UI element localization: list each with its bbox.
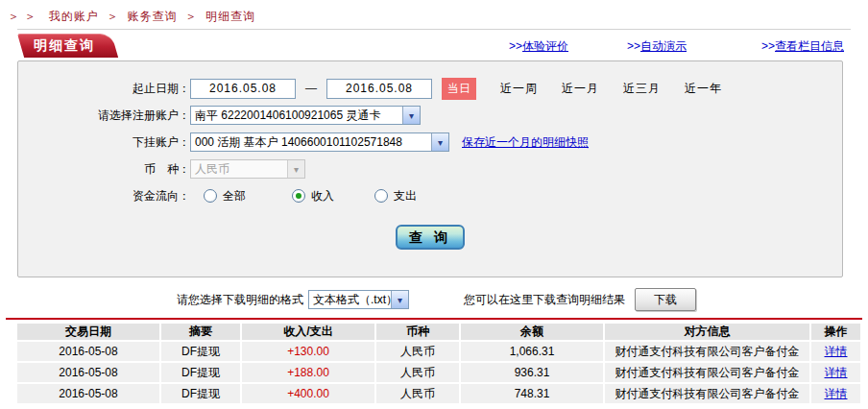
- cell-amount: +400.00: [242, 384, 376, 403]
- cell-summary: DF提现: [161, 342, 242, 361]
- save-monthly-snapshot-link[interactable]: 保存近一个月的明细快照: [462, 134, 589, 151]
- fund-flow-label: 资金流向：: [18, 188, 190, 204]
- flow-option-all-label: 全部: [223, 188, 246, 204]
- breadcrumb: ＞ ＞ 我的账户 ＞ 账务查询 ＞ 明细查询: [8, 9, 255, 25]
- flow-option-expense-label: 支出: [394, 188, 417, 204]
- breadcrumb-separator: ＞: [185, 10, 198, 23]
- table-row: 2016-05-08 DF提现 +188.00 人民币 936.31 财付通支付…: [17, 363, 860, 382]
- cell-amount: +130.00: [242, 342, 376, 361]
- cell-date: 2016-05-08: [17, 363, 161, 382]
- header-divider: [17, 29, 851, 30]
- cell-date: 2016-05-08: [17, 342, 161, 361]
- breadcrumb-item-detail-query[interactable]: 明细查询: [205, 10, 255, 23]
- download-button[interactable]: 下载: [635, 288, 696, 311]
- cell-currency: 人民币: [376, 384, 461, 403]
- cell-currency: 人民币: [376, 342, 461, 361]
- download-format-select[interactable]: 文本格式（.txt） ▾: [308, 290, 409, 309]
- fund-flow-radio-group: 全部 收入 支出: [190, 188, 417, 204]
- table-row: 2016-05-08 DF提现 +400.00 人民币 748.31 财付通支付…: [17, 384, 860, 403]
- link-prefix: >>: [509, 39, 522, 53]
- cell-counterparty: 财付通支付科技有限公司客户备付金: [605, 363, 811, 382]
- cell-date: 2016-05-08: [17, 384, 161, 403]
- download-format-value: 文本格式（.txt）: [309, 292, 391, 308]
- view-column-info-link[interactable]: >>查看栏目信息: [761, 38, 844, 55]
- col-header-balance: 余额: [461, 324, 605, 340]
- registered-account-label: 请选择注册账户：: [18, 108, 190, 124]
- col-header-summary: 摘要: [161, 324, 242, 340]
- auto-demo-link[interactable]: >>自动演示: [627, 38, 687, 55]
- cell-balance: 1,066.31: [461, 342, 605, 361]
- tab-detail-query[interactable]: 明细查询: [17, 34, 111, 58]
- sub-account-label: 下挂账户：: [18, 134, 190, 151]
- cell-balance: 748.31: [461, 384, 605, 403]
- download-hint: 您可以在这里下载查询明细结果: [464, 292, 625, 308]
- query-form-panel: 起止日期： — 当日 近一周 近一月 近三月 近一年 请选择注册账户： 南平 6…: [17, 60, 843, 277]
- chevron-down-icon: ▾: [402, 107, 420, 124]
- registered-account-value: 南平 6222001406100921065 灵通卡: [191, 108, 402, 124]
- query-button[interactable]: 查 询: [396, 225, 465, 250]
- table-header-row: 交易日期 摘要 收入/支出 币种 余额 对方信息 操作: [17, 324, 860, 340]
- col-header-currency: 币种: [376, 324, 461, 340]
- download-bar: 请您选择下载明细的格式 文本格式（.txt） ▾ 您可以在这里下载查询明细结果 …: [0, 287, 868, 312]
- chevron-down-icon: ▾: [431, 133, 448, 151]
- flow-option-income-label: 收入: [311, 188, 334, 204]
- quick-range-quarter[interactable]: 近三月: [623, 81, 661, 97]
- experience-rating-link[interactable]: >>体验评价: [509, 38, 568, 55]
- cell-balance: 936.31: [461, 363, 605, 382]
- sub-account-value: 000 活期 基本户 1406600101102571848: [191, 134, 431, 151]
- registered-account-select[interactable]: 南平 6222001406100921065 灵通卡 ▾: [190, 106, 421, 125]
- quick-range-month[interactable]: 近一月: [562, 81, 599, 97]
- flow-option-income[interactable]: 收入: [292, 188, 334, 204]
- quick-range-year[interactable]: 近一年: [685, 81, 722, 97]
- date-range-label: 起止日期：: [18, 81, 190, 97]
- cell-summary: DF提现: [161, 384, 242, 403]
- detail-link[interactable]: 详情: [825, 387, 848, 400]
- breadcrumb-arrows: ＞ ＞: [8, 10, 36, 23]
- chevron-down-icon: ▾: [287, 160, 304, 178]
- quick-range-today[interactable]: 当日: [442, 78, 476, 100]
- online-banking-detail-query-page: ＞ ＞ 我的账户 ＞ 账务查询 ＞ 明细查询 明细查询 >>体验评价 >>自动演…: [0, 0, 868, 409]
- date-separator: —: [305, 82, 317, 95]
- date-from-input[interactable]: [190, 79, 296, 99]
- sub-account-row: 下挂账户： 000 活期 基本户 1406600101102571848 ▾ 保…: [18, 129, 842, 156]
- cell-summary: DF提现: [161, 363, 242, 382]
- table-row: 2016-05-08 DF提现 +130.00 人民币 1,066.31 财付通…: [17, 342, 860, 361]
- fund-flow-row: 资金流向： 全部 收入 支出: [18, 182, 842, 209]
- date-range-row: 起止日期： — 当日 近一周 近一月 近三月 近一年: [18, 75, 842, 102]
- link-prefix: >>: [761, 39, 775, 53]
- breadcrumb-separator: ＞: [107, 10, 119, 23]
- cell-amount: +188.00: [242, 363, 376, 382]
- flow-option-all[interactable]: 全部: [204, 188, 246, 204]
- breadcrumb-item-my-account[interactable]: 我的账户: [49, 10, 99, 23]
- view-column-info-label: 查看栏目信息: [775, 39, 844, 53]
- sub-account-select[interactable]: 000 活期 基本户 1406600101102571848 ▾: [190, 132, 449, 152]
- col-header-date: 交易日期: [17, 324, 161, 340]
- transactions-table: 交易日期 摘要 收入/支出 币种 余额 对方信息 操作 2016-05-08 D…: [17, 322, 860, 405]
- link-prefix: >>: [627, 39, 640, 53]
- experience-rating-label: 体验评价: [522, 39, 568, 53]
- detail-link[interactable]: 详情: [825, 366, 848, 379]
- table-top-divider: [6, 318, 862, 320]
- registered-account-row: 请选择注册账户： 南平 6222001406100921065 灵通卡 ▾: [18, 102, 842, 129]
- col-header-action: 操作: [811, 324, 860, 340]
- currency-row: 币 种： 人民币 ▾: [18, 156, 842, 182]
- cell-counterparty: 财付通支付科技有限公司客户备付金: [605, 384, 811, 403]
- cell-currency: 人民币: [376, 363, 461, 382]
- currency-select-disabled: 人民币 ▾: [190, 159, 305, 179]
- currency-value: 人民币: [191, 161, 287, 178]
- quick-range-week[interactable]: 近一周: [500, 81, 538, 97]
- col-header-amount: 收入/支出: [242, 324, 376, 340]
- radio-icon[interactable]: [204, 189, 217, 203]
- radio-icon[interactable]: [374, 189, 388, 203]
- currency-label: 币 种：: [18, 161, 190, 178]
- download-format-label: 请您选择下载明细的格式: [177, 292, 303, 308]
- radio-icon[interactable]: [292, 189, 305, 203]
- breadcrumb-item-account-query[interactable]: 账务查询: [127, 10, 177, 23]
- chevron-down-icon: ▾: [391, 291, 408, 308]
- date-to-input[interactable]: [326, 79, 432, 99]
- auto-demo-label: 自动演示: [640, 39, 687, 53]
- flow-option-expense[interactable]: 支出: [374, 188, 417, 204]
- tab-label: 明细查询: [17, 34, 111, 58]
- col-header-counterparty: 对方信息: [605, 324, 811, 340]
- detail-link[interactable]: 详情: [825, 345, 848, 358]
